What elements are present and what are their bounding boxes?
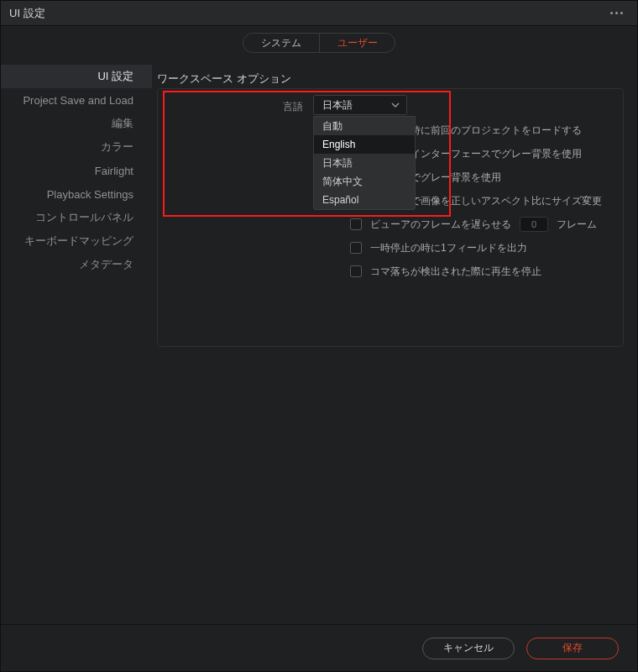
row-output-field: 一時停止の時に1フィールドを出力 [157,236,624,260]
tab-system[interactable]: システム [243,34,319,52]
language-option-spanish[interactable]: Español [314,191,415,209]
label-delay-unit: フレーム [557,218,597,232]
footer: キャンセル 保存 [1,624,637,671]
sidebar-item-metadata[interactable]: メタデータ [1,253,152,276]
tabbar: システム ユーザー [1,26,637,60]
sidebar-item-color[interactable]: カラー [1,135,152,159]
cancel-button[interactable]: キャンセル [422,638,515,659]
more-options-button[interactable] [604,1,629,26]
row-delay-frames: ビューアのフレームを遅らせる 0 フレーム [157,213,624,236]
language-option-auto[interactable]: 自動 [314,117,415,135]
input-delay-frames[interactable]: 0 [520,217,548,232]
language-dropdown[interactable]: 日本語 [313,95,407,115]
label-delay-frames: ビューアのフレームを遅らせる [370,218,511,232]
language-option-english[interactable]: English [314,135,415,154]
checkbox-delay-frames[interactable] [350,218,362,230]
label-output-field: 一時停止の時に1フィールドを出力 [370,241,527,255]
language-label: 言語 [283,100,303,114]
sidebar-item-control-panel[interactable]: コントロールパネル [1,206,152,229]
sidebar-item-fairlight[interactable]: Fairlight [1,159,152,182]
chevron-down-icon [391,101,400,109]
sidebar-item-playback-settings[interactable]: Playback Settings [1,182,152,206]
tab-group: システム ユーザー [243,33,395,53]
titlebar: UI 設定 [1,1,637,26]
sidebar-item-edit[interactable]: 編集 [1,112,152,135]
body: UI 設定 Project Save and Load 編集 カラー Fairl… [1,60,637,624]
language-option-japanese[interactable]: 日本語 [314,154,415,172]
language-option-simplified-chinese[interactable]: 简体中文 [314,172,415,191]
sidebar-item-keyboard-mapping[interactable]: キーボードマッピング [1,229,152,253]
tab-user[interactable]: ユーザー [319,34,395,52]
sidebar-item-project-save-load[interactable]: Project Save and Load [1,88,152,112]
row-stop-on-drop: コマ落ちが検出された際に再生を停止 [157,260,624,283]
label-stop-on-drop: コマ落ちが検出された際に再生を停止 [370,265,541,279]
settings-window: UI 設定 システム ユーザー UI 設定 Project Save and L… [0,0,638,672]
checkbox-output-field[interactable] [350,242,362,254]
content-area: ワークスペース オプション ログイン時に前回のプロジェクトをロードする [152,60,637,624]
sidebar: UI 設定 Project Save and Load 編集 カラー Fairl… [1,60,152,624]
language-selected-value: 日本語 [322,98,353,113]
language-dropdown-wrap: 言語 日本語 自動 English 日本語 简体中文 Español [313,95,416,210]
checkbox-stop-on-drop[interactable] [350,265,362,277]
kebab-icon [610,12,623,14]
sidebar-item-ui-settings[interactable]: UI 設定 [1,65,152,88]
language-dropdown-list: 自動 English 日本語 简体中文 Español [313,116,416,210]
section-title: ワークスペース オプション [157,71,624,87]
window-title: UI 設定 [9,6,45,21]
save-button[interactable]: 保存 [526,638,619,659]
